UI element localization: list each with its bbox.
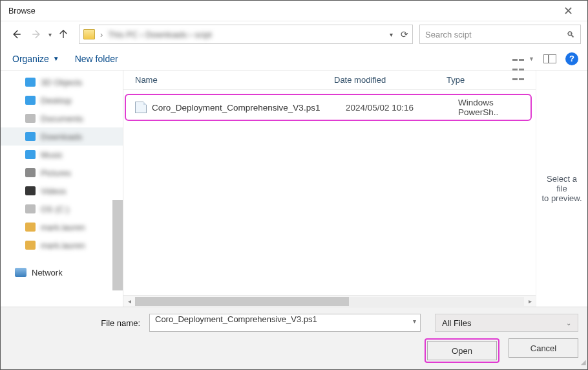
- search-input[interactable]: Search scipt 🔍︎: [419, 25, 581, 44]
- view-mode-button[interactable]: ▼: [512, 54, 534, 64]
- sidebar-item[interactable]: Music: [1, 146, 123, 164]
- search-icon: 🔍︎: [567, 30, 575, 39]
- file-type: Windows PowerSh..: [458, 98, 530, 117]
- sidebar: 3D Objects Desktop Documents Downloads M…: [1, 71, 123, 307]
- file-icon: [135, 102, 147, 113]
- body: 3D Objects Desktop Documents Downloads M…: [1, 71, 587, 307]
- sidebar-item-downloads[interactable]: Downloads: [1, 127, 123, 146]
- toolbar: Organize ▼ New folder ▼ ?: [1, 47, 587, 71]
- list-view-icon: [512, 54, 526, 64]
- horizontal-scrollbar[interactable]: ◂ ▸: [123, 295, 536, 307]
- col-name[interactable]: Name: [135, 75, 334, 85]
- file-name: Coro_Deployment_Comprehensive_V3.ps1: [152, 103, 346, 113]
- file-type-filter[interactable]: All Files ⌄: [435, 314, 578, 332]
- main-pane: Name Date modified Type Coro_Deployment_…: [123, 71, 587, 307]
- sidebar-item[interactable]: mark.lauren: [1, 236, 123, 254]
- help-icon[interactable]: ?: [565, 52, 578, 65]
- sidebar-item[interactable]: mark.lauren: [1, 218, 123, 236]
- up-button[interactable]: [54, 25, 72, 43]
- file-name-row: File name: Coro_Deployment_Comprehensive…: [10, 314, 578, 332]
- content-area: Name Date modified Type Coro_Deployment_…: [123, 71, 587, 307]
- browse-dialog: Browse ✕ ▾ › This PC › Downloads › scipt…: [0, 0, 588, 370]
- preview-text-1: Select a file: [540, 174, 583, 193]
- organize-menu[interactable]: Organize ▼: [12, 54, 59, 64]
- preview-pane-toggle[interactable]: [543, 54, 556, 63]
- sidebar-item[interactable]: Desktop: [1, 91, 123, 109]
- breadcrumb: This PC › Downloads › scipt: [108, 30, 211, 39]
- back-button[interactable]: [7, 25, 25, 43]
- file-name-input[interactable]: Coro_Deployment_Comprehensive_V3.ps1 ▾: [149, 314, 421, 332]
- window-title: Browse: [8, 6, 36, 16]
- file-row[interactable]: Coro_Deployment_Comprehensive_V3.ps1 202…: [126, 96, 530, 118]
- sidebar-item[interactable]: Pictures: [1, 164, 123, 182]
- sidebar-item[interactable]: Documents: [1, 109, 123, 127]
- breadcrumb-sep: ›: [100, 30, 103, 39]
- organize-label: Organize: [12, 54, 49, 64]
- file-list-pane: Name Date modified Type Coro_Deployment_…: [123, 71, 536, 307]
- file-list-empty[interactable]: [123, 122, 536, 295]
- preview-text-2: to preview.: [540, 193, 583, 203]
- highlight-annotation: Coro_Deployment_Comprehensive_V3.ps1 202…: [125, 94, 532, 121]
- close-icon[interactable]: ✕: [554, 4, 582, 18]
- folder-icon: [83, 29, 95, 39]
- sidebar-item[interactable]: 3D Objects: [1, 73, 123, 91]
- sidebar-item-network[interactable]: Network: [1, 263, 123, 281]
- sidebar-item[interactable]: OS (C:): [1, 200, 123, 218]
- chevron-down-icon[interactable]: ⌄: [566, 320, 571, 327]
- new-folder-button[interactable]: New folder: [75, 54, 118, 64]
- nav-row: ▾ › This PC › Downloads › scipt ▾ ⟳ Sear…: [1, 21, 587, 47]
- view-controls: ▼ ?: [512, 52, 578, 65]
- highlight-annotation: Open: [425, 338, 499, 363]
- resize-grip[interactable]: ◢: [578, 360, 586, 368]
- scroll-thumb[interactable]: [135, 297, 349, 306]
- file-name-value: Coro_Deployment_Comprehensive_V3.ps1: [155, 314, 317, 324]
- open-button[interactable]: Open: [427, 341, 497, 360]
- chevron-down-icon[interactable]: ▾: [413, 318, 416, 325]
- title-bar: Browse ✕: [1, 1, 587, 21]
- network-icon: [15, 268, 26, 277]
- network-label: Network: [32, 268, 63, 278]
- arrow-left-icon: [10, 28, 22, 40]
- refresh-icon[interactable]: ⟳: [401, 29, 408, 39]
- column-headers: Name Date modified Type: [123, 71, 536, 90]
- recent-locations-dropdown[interactable]: ▾: [48, 31, 52, 38]
- scroll-track[interactable]: [135, 297, 524, 306]
- arrow-up-icon: [58, 29, 68, 39]
- filter-label: All Files: [442, 318, 472, 328]
- chevron-down-icon: ▼: [53, 55, 59, 62]
- footer: File name: Coro_Deployment_Comprehensive…: [1, 307, 587, 369]
- cancel-button[interactable]: Cancel: [509, 338, 578, 358]
- search-placeholder: Search scipt: [425, 30, 472, 39]
- col-modified[interactable]: Date modified: [334, 75, 446, 85]
- sidebar-scrollbar[interactable]: [112, 200, 123, 290]
- chevron-down-icon: ▼: [529, 56, 534, 62]
- preview-pane: Select a file to preview.: [536, 71, 587, 307]
- address-dropdown-icon[interactable]: ▾: [390, 31, 393, 38]
- forward-button[interactable]: [28, 25, 46, 43]
- arrow-right-icon: [31, 28, 43, 40]
- scroll-right-icon[interactable]: ▸: [524, 298, 536, 305]
- file-name-label: File name:: [10, 318, 144, 328]
- scroll-left-icon[interactable]: ◂: [123, 298, 135, 305]
- sidebar-item[interactable]: Videos: [1, 182, 123, 200]
- button-row: Open Cancel: [10, 338, 578, 363]
- file-modified: 2024/05/02 10:16: [346, 103, 458, 113]
- col-type[interactable]: Type: [446, 75, 536, 85]
- address-bar[interactable]: › This PC › Downloads › scipt ▾ ⟳: [79, 25, 413, 44]
